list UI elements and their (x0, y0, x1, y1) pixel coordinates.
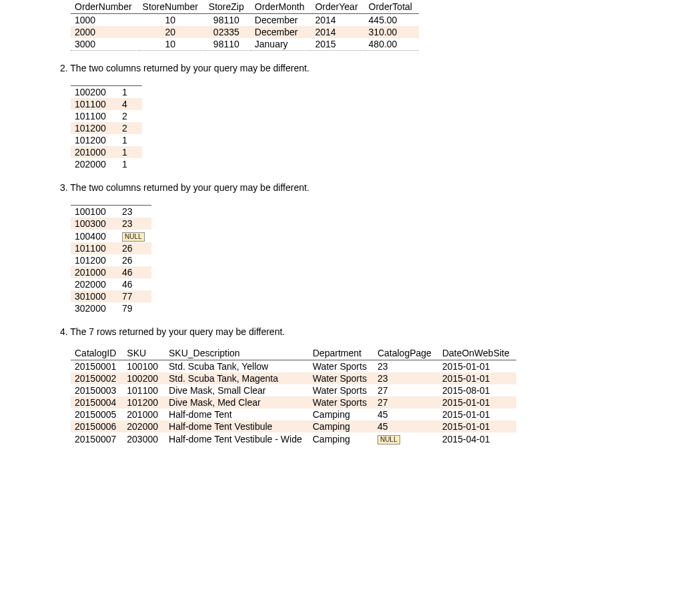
table-row: 1011004 (71, 98, 142, 110)
table-row: 10010023 (71, 206, 151, 218)
column-header: StoreZip (205, 0, 251, 14)
table-row: 2010001 (71, 146, 142, 158)
table-row: 10001098110December2014445.00 (71, 14, 419, 27)
table-row: 10030023 (71, 218, 151, 230)
table-row: 20150001100100Std. Scuba Tank, YellowWat… (71, 360, 516, 373)
table-row: 30100077 (71, 290, 151, 302)
column-header: DateOnWebSite (438, 346, 516, 360)
result-table-2: 1002001101100410110021012002101200120100… (71, 83, 142, 170)
table-row: 20150002100200Std. Scuba Tank, MagentaWa… (71, 372, 516, 384)
table-row: 1012002 (71, 122, 142, 134)
column-header: SKU (123, 346, 165, 360)
column-header: SKU_Description (165, 346, 309, 360)
column-header: OrderTotal (365, 0, 419, 14)
column-header: OrderYear (311, 0, 364, 14)
table-row: 2020001 (71, 158, 142, 170)
table-row: 20150004101200Dive Mask, Med ClearWater … (71, 396, 516, 408)
table-row: 20200046 (71, 278, 151, 290)
null-pill: NULL (122, 232, 145, 242)
column-header: CatalogID (71, 346, 123, 360)
table-row: 20150003101100Dive Mask, Small ClearWate… (71, 384, 516, 396)
catalog-table: CatalogIDSKUSKU_DescriptionDepartmentCat… (71, 346, 516, 445)
column-header: CatalogPage (374, 346, 438, 360)
column-header: OrderNumber (71, 0, 139, 14)
table-row: 10120026 (71, 254, 151, 266)
table-row: 20150007203000Half-dome Tent Vestibule -… (71, 432, 516, 445)
orders-table: OrderNumberStoreNumberStoreZipOrderMonth… (71, 0, 419, 51)
table-row: 30200079 (71, 302, 151, 314)
column-header: OrderMonth (251, 0, 311, 14)
table-row: 1002001 (71, 86, 142, 99)
table-row: 20150005201000Half-dome TentCamping45201… (71, 408, 516, 420)
table-row: 30001098110January2015480.00 (71, 38, 419, 51)
table-row: 1012001 (71, 134, 142, 146)
table-row: 1011002 (71, 110, 142, 122)
column-header: Department (309, 346, 374, 360)
column-header: StoreNumber (139, 0, 205, 14)
table-row: 20100046 (71, 266, 151, 278)
table-row: 10110026 (71, 242, 151, 254)
table-row: 20002002335December2014310.00 (71, 26, 419, 38)
result-table-3: 1001002310030023100400NULL10110026101200… (71, 202, 151, 314)
caption-2: 2. The two columns returned by your quer… (60, 63, 614, 73)
table-row: 100400NULL (71, 230, 151, 242)
table-row: 20150006202000Half-dome Tent VestibuleCa… (71, 420, 516, 432)
caption-4: 4. The 7 rows returned by your query may… (60, 326, 614, 337)
caption-3: 3. The two columns returned by your quer… (60, 182, 614, 193)
null-pill: NULL (378, 435, 400, 444)
